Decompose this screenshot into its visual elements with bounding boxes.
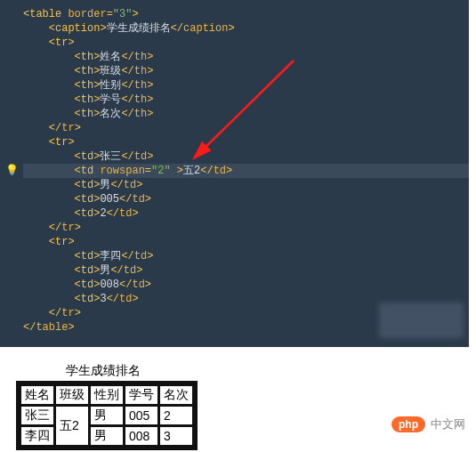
table-cell: 005 <box>125 406 159 426</box>
lightbulb-icon: 💡 <box>5 165 16 176</box>
code-line: <th>姓名</th> <box>0 50 469 64</box>
watermark: php 中文网 <box>391 416 465 432</box>
code-editor: <table border="3"> <caption>学生成绩排名</capt… <box>0 0 469 347</box>
watermark-text: 中文网 <box>431 416 465 432</box>
code-line: </tr> <box>0 221 469 235</box>
table-cell: 3 <box>159 426 194 447</box>
code-line: <td>张三</td> <box>0 149 469 164</box>
watermark-badge: php <box>391 416 425 432</box>
rendered-table-caption: 学生成绩排名 <box>16 363 190 381</box>
code-line: <caption>学生成绩排名</caption> <box>0 21 469 36</box>
code-line: <th>性别</th> <box>0 78 469 93</box>
code-line: </tr> <box>0 121 469 135</box>
table-cell: 2 <box>159 406 194 426</box>
table-cell: 李四 <box>20 426 55 447</box>
rendered-table: 姓名班级性别学号名次 张三五2男0052李四男0083 <box>19 383 195 448</box>
code-line: <td>008</td> <box>0 278 469 292</box>
code-line: <td rowspan="2" >五2</td> <box>0 164 469 178</box>
code-line: <tr> <box>0 36 469 50</box>
table-cell: 008 <box>125 426 159 447</box>
table-row: 李四男0083 <box>20 426 194 447</box>
code-line: <td>男</td> <box>0 263 469 278</box>
table-header-cell: 学号 <box>125 385 159 406</box>
table-header-cell: 性别 <box>90 385 125 406</box>
rendered-output: 学生成绩排名 姓名班级性别学号名次 张三五2男0052李四男0083 <box>0 347 476 452</box>
table-header-cell: 班级 <box>55 385 90 406</box>
table-header-cell: 姓名 <box>20 385 55 406</box>
table-row: 张三五2男0052 <box>20 406 194 426</box>
code-line: <th>班级</th> <box>0 64 469 78</box>
code-line: <tr> <box>0 235 469 249</box>
blurred-region <box>379 303 464 338</box>
code-line: <th>名次</th> <box>0 107 469 121</box>
code-line: <tr> <box>0 135 469 149</box>
table-cell: 男 <box>90 406 125 426</box>
code-line: <td>男</td> <box>0 178 469 192</box>
code-line: <td>2</td> <box>0 206 469 221</box>
table-cell: 男 <box>90 426 125 447</box>
code-line: <table border="3"> <box>0 7 469 21</box>
code-line: <td>005</td> <box>0 192 469 206</box>
code-line: <th>学号</th> <box>0 93 469 107</box>
table-header-cell: 名次 <box>159 385 194 406</box>
table-cell: 张三 <box>20 406 55 426</box>
code-line: <td>李四</td> <box>0 249 469 263</box>
table-cell: 五2 <box>55 406 90 447</box>
